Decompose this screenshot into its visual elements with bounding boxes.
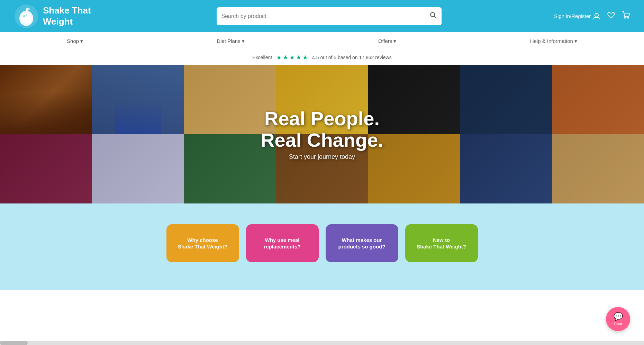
cta-section: Why chooseShake That Weight? Why use mea… xyxy=(0,203,644,290)
cart-icon[interactable] xyxy=(622,11,630,21)
cta-card-meal-replacements[interactable]: Why use mealreplacements? xyxy=(246,224,319,262)
search-area xyxy=(118,7,540,25)
star-4: ★ xyxy=(296,54,301,61)
logo-icon xyxy=(14,4,39,29)
chevron-down-icon: ▾ xyxy=(242,38,245,44)
cta-card-3-label: What makes ourproducts so good? xyxy=(338,237,386,250)
trust-label: Excellent xyxy=(252,55,272,60)
svg-point-10 xyxy=(627,17,629,18)
svg-line-7 xyxy=(434,16,436,18)
hero-title-line1: Real People. xyxy=(261,108,383,129)
search-icon xyxy=(430,12,437,19)
svg-point-9 xyxy=(624,17,626,18)
svg-point-4 xyxy=(23,15,25,17)
hero-subtitle: Start your journey today xyxy=(289,153,355,161)
cta-card-1-label: Why chooseShake That Weight? xyxy=(178,237,227,250)
chevron-down-icon: ▾ xyxy=(80,38,83,44)
heart-icon xyxy=(607,11,615,19)
star-1: ★ xyxy=(276,54,282,61)
header: Shake That Weight Sign in/Register xyxy=(0,0,644,32)
trust-bar: Excellent ★ ★ ★ ★ ★ 4.5 out of 5 based o… xyxy=(0,50,644,65)
user-icon xyxy=(593,12,600,20)
nav-diet-plans-label: Diet Plans xyxy=(217,38,240,44)
nav-help-label: Help & Information xyxy=(530,38,573,44)
brand-line2: Weight xyxy=(43,16,73,27)
trust-rating: 4.5 out of 5 based on 17,862 reviews xyxy=(312,55,392,60)
navigation: Shop ▾ Diet Plans ▾ Offers ▾ Help & Info… xyxy=(0,32,644,50)
search-input[interactable] xyxy=(221,13,430,19)
star-2: ★ xyxy=(283,54,288,61)
trust-stars: ★ ★ ★ ★ ★ xyxy=(276,54,308,61)
brand-name: Shake That Weight xyxy=(43,5,91,27)
search-button[interactable] xyxy=(430,12,437,20)
nav-offers-label: Offers xyxy=(378,38,392,44)
svg-point-6 xyxy=(430,12,435,17)
nav-offers[interactable]: Offers ▾ xyxy=(368,32,407,50)
hero-title-line2: Real Change. xyxy=(261,129,383,151)
search-box xyxy=(217,7,442,25)
chevron-down-icon: ▾ xyxy=(574,38,577,44)
nav-help[interactable]: Help & Information ▾ xyxy=(520,32,588,50)
cta-card-new[interactable]: New toShake That Weight? xyxy=(405,224,478,262)
nav-diet-plans[interactable]: Diet Plans ▾ xyxy=(206,32,255,50)
sign-in-link[interactable]: Sign in/Register xyxy=(554,12,600,20)
cta-card-why-choose[interactable]: Why chooseShake That Weight? xyxy=(166,224,239,262)
header-actions: Sign in/Register xyxy=(540,11,630,21)
logo-area[interactable]: Shake That Weight xyxy=(14,4,118,29)
chevron-down-icon: ▾ xyxy=(393,38,396,44)
shopping-cart-icon xyxy=(622,11,630,19)
sign-in-label: Sign in/Register xyxy=(554,13,591,19)
hero-section: Real People. Real Change. Start your jou… xyxy=(0,65,644,203)
nav-shop[interactable]: Shop ▾ xyxy=(56,32,93,50)
hero-overlay: Real People. Real Change. Start your jou… xyxy=(0,65,644,203)
nav-shop-label: Shop xyxy=(67,38,79,44)
brand-line1: Shake That xyxy=(43,5,91,16)
cta-card-2-label: Why use mealreplacements? xyxy=(264,237,301,250)
cta-card-4-label: New toShake That Weight? xyxy=(417,237,466,250)
cta-card-products[interactable]: What makes ourproducts so good? xyxy=(326,224,398,262)
star-5-half: ★ xyxy=(302,54,308,61)
svg-point-5 xyxy=(26,14,27,16)
wishlist-icon[interactable] xyxy=(607,11,615,21)
hero-title: Real People. Real Change. xyxy=(261,108,383,151)
star-3: ★ xyxy=(289,54,295,61)
svg-point-8 xyxy=(595,13,598,17)
